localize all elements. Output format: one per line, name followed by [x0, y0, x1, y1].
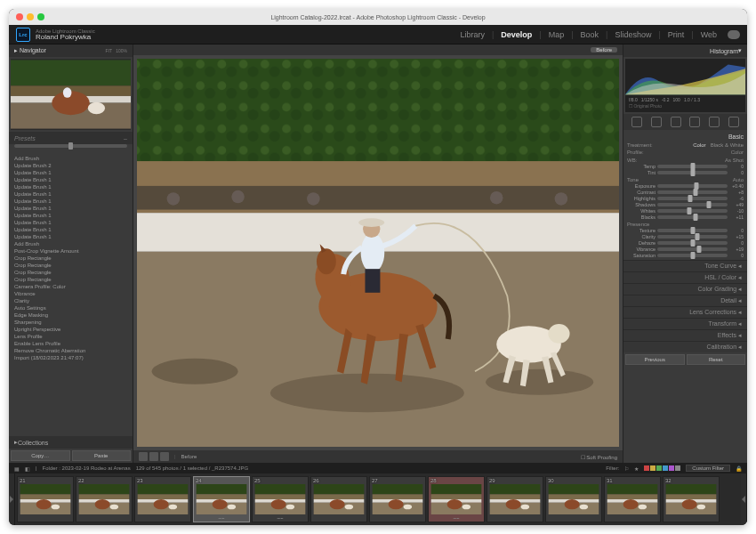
- history-item[interactable]: Update Brush 1: [9, 219, 133, 226]
- module-library[interactable]: Library: [460, 30, 485, 39]
- navigator-preview[interactable]: [11, 59, 131, 130]
- history-item[interactable]: Lens Profile: [9, 333, 133, 340]
- crop-tool-icon[interactable]: [631, 117, 642, 127]
- slider-vibrance[interactable]: Vibrance+19: [627, 246, 744, 252]
- thumbnail[interactable]: 29: [487, 476, 543, 522]
- thumbnail[interactable]: 21: [17, 476, 74, 522]
- panel-color-grading[interactable]: Color Grading ◂: [623, 283, 747, 295]
- color-label-filter[interactable]: [644, 465, 680, 471]
- slider-highlights[interactable]: Highlights-6: [627, 195, 744, 201]
- filter-lock-icon[interactable]: 🔒: [736, 465, 742, 472]
- slider-temp[interactable]: Temp0: [627, 163, 744, 169]
- loupe-view-icon[interactable]: [139, 452, 148, 461]
- slider-shadows[interactable]: Shadows+49: [627, 201, 744, 207]
- module-slideshow[interactable]: Slideshow: [615, 30, 651, 39]
- photo-canvas[interactable]: [137, 59, 619, 447]
- history-item[interactable]: Crop Rectangle: [9, 255, 133, 262]
- filmstrip[interactable]: 21222324•••••25•••••262728•••••29303132: [15, 473, 741, 525]
- thumbnail[interactable]: 22: [76, 476, 133, 522]
- panel-hsl-color[interactable]: HSL / Color ◂: [623, 271, 747, 283]
- history-item[interactable]: Enable Lens Profile: [9, 340, 133, 347]
- thumbnail[interactable]: 28•••••: [428, 476, 485, 522]
- reference-view-icon[interactable]: [160, 452, 169, 461]
- history-item[interactable]: Auto Settings: [9, 304, 133, 312]
- second-monitor-icon[interactable]: ◧: [25, 465, 30, 472]
- thumbnail[interactable]: 25•••••: [252, 476, 309, 522]
- history-item[interactable]: Update Brush 1: [9, 198, 133, 205]
- color-chip[interactable]: [669, 465, 674, 471]
- slider-saturation[interactable]: Saturation0: [627, 252, 744, 258]
- module-web[interactable]: Web: [701, 30, 717, 39]
- thumbnail[interactable]: 26: [310, 476, 367, 522]
- panel-calibration[interactable]: Calibration ◂: [623, 341, 747, 352]
- soft-proofing-toggle[interactable]: Soft Proofing: [586, 455, 617, 460]
- thumbnail[interactable]: 23: [134, 476, 191, 522]
- color-chip[interactable]: [675, 465, 680, 471]
- module-map[interactable]: Map: [549, 30, 565, 39]
- close-icon[interactable]: [16, 13, 23, 20]
- slider-tint[interactable]: Tint0: [627, 169, 744, 175]
- thumbnail[interactable]: 31: [604, 476, 661, 522]
- module-print[interactable]: Print: [668, 30, 685, 39]
- panel-transform[interactable]: Transform ◂: [623, 318, 747, 329]
- history-item[interactable]: Update Brush 1: [9, 233, 133, 240]
- history-item[interactable]: Upright Perspective: [9, 326, 133, 333]
- history-item[interactable]: Update Brush 1: [9, 205, 133, 212]
- history-item[interactable]: Update Brush 1: [9, 226, 133, 233]
- history-item[interactable]: Import (18/02/2023 21:47:07): [9, 354, 133, 361]
- star-filter-icon[interactable]: ★: [634, 465, 639, 472]
- color-chip[interactable]: [644, 465, 649, 471]
- color-chip[interactable]: [663, 465, 668, 471]
- history-item[interactable]: Update Brush 1: [9, 212, 133, 219]
- color-chip[interactable]: [650, 465, 655, 471]
- thumbnail[interactable]: 30: [545, 476, 602, 522]
- history-item[interactable]: Update Brush 1: [9, 183, 133, 190]
- slider-clarity[interactable]: Clarity+15: [627, 233, 744, 239]
- slider-texture[interactable]: Texture0: [627, 227, 744, 233]
- folder-path[interactable]: Folder : 2023-02-19 Rodeo at Arenas: [43, 465, 131, 471]
- brush-tool-icon[interactable]: [728, 117, 739, 127]
- panel-effects[interactable]: Effects ◂: [623, 329, 747, 341]
- thumbnail[interactable]: 32: [663, 476, 720, 522]
- before-button[interactable]: Before: [181, 454, 197, 459]
- histogram-header[interactable]: Histogram ▾: [623, 44, 747, 57]
- navigator-header[interactable]: ▸ Navigator FIT 100%: [9, 44, 133, 57]
- previous-button[interactable]: Previous: [625, 354, 685, 365]
- color-chip[interactable]: [656, 465, 662, 471]
- filmstrip-left-grip[interactable]: [9, 473, 15, 525]
- panel-detail[interactable]: Detail ◂: [623, 295, 747, 306]
- history-item[interactable]: Update Brush 1: [9, 190, 133, 198]
- minimize-icon[interactable]: [27, 13, 34, 20]
- history-item[interactable]: Remove Chromatic Aberration: [9, 347, 133, 354]
- custom-filter-button[interactable]: Custom Filter: [686, 465, 730, 472]
- slider-dehaze[interactable]: Dehaze0: [627, 239, 744, 246]
- collections-header[interactable]: ▸ Collections: [9, 436, 133, 449]
- module-book[interactable]: Book: [581, 30, 599, 39]
- slider-exposure[interactable]: Exposure+0.40: [627, 182, 744, 189]
- slider-contrast[interactable]: Contrast+8: [627, 189, 744, 195]
- slider-blacks[interactable]: Blacks+11: [627, 214, 744, 220]
- reset-button[interactable]: Reset: [687, 354, 746, 365]
- history-item[interactable]: Clarity: [9, 297, 133, 304]
- filmstrip-right-grip[interactable]: [741, 473, 747, 525]
- history-item[interactable]: Add Brush: [9, 155, 133, 162]
- history-item[interactable]: Camera Profile: Color: [9, 283, 133, 290]
- flag-filter-icon[interactable]: ⚐: [624, 465, 629, 472]
- maximize-icon[interactable]: [37, 13, 44, 20]
- history-item[interactable]: Crop Rectangle: [9, 262, 133, 269]
- histogram-display[interactable]: f/8.01/1250 s-0.21001.0 / 1.3 ☐ Original…: [625, 59, 745, 112]
- history-item[interactable]: Vibrance: [9, 290, 133, 297]
- cloud-sync-icon[interactable]: [728, 30, 740, 39]
- history-item[interactable]: Update Brush 1: [9, 176, 133, 183]
- slider-whites[interactable]: Whites-10: [627, 207, 744, 214]
- redeye-tool-icon[interactable]: [671, 117, 681, 127]
- history-item[interactable]: Crop Rectangle: [9, 276, 133, 283]
- history-item[interactable]: Update Brush 1: [9, 169, 133, 176]
- panel-tone-curve[interactable]: Tone Curve ◂: [623, 260, 747, 271]
- paste-button[interactable]: Paste: [72, 450, 132, 461]
- masking-tool-icon[interactable]: [689, 117, 700, 127]
- thumbnail[interactable]: 27: [369, 476, 426, 522]
- grid-view-icon[interactable]: ▦: [14, 465, 20, 472]
- history-item[interactable]: Edge Masking: [9, 312, 133, 319]
- history-item[interactable]: Crop Rectangle: [9, 269, 133, 276]
